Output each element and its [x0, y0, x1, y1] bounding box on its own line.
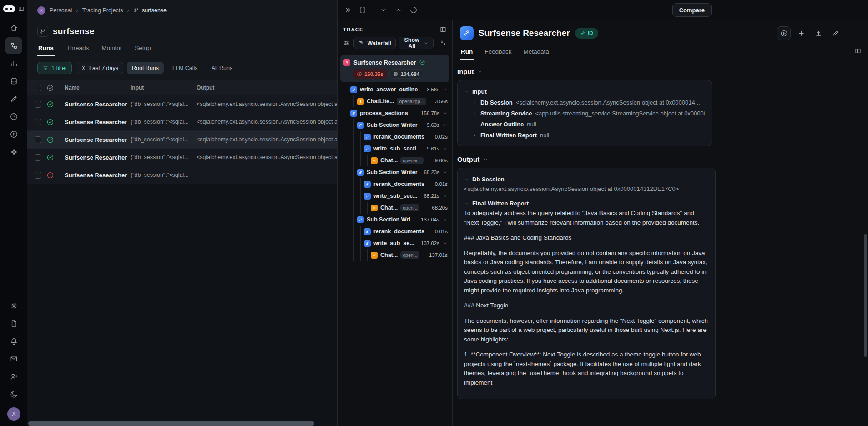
show-all-button[interactable]: Show All — [399, 37, 434, 49]
filter-button[interactable]: 1 filter — [37, 62, 72, 74]
theme-moon-icon[interactable] — [5, 386, 22, 403]
row-checkbox[interactable] — [35, 136, 41, 143]
run-id-pill[interactable]: ID — [575, 28, 598, 39]
kv-row-final-written-report[interactable]: Final Written Reportnull — [464, 130, 705, 140]
kv-row-input[interactable]: Input — [464, 86, 705, 97]
kv-row-answer-outline[interactable]: Answer Outlinenull — [464, 119, 705, 130]
trace-node-rerank-documents[interactable]: rerank_documents0.01s — [340, 178, 449, 190]
open-in-playground-button[interactable] — [777, 26, 791, 40]
trace-node-write-answer-outline[interactable]: write_answer_outline3.56s — [340, 84, 449, 95]
tab-runs[interactable]: Runs — [37, 40, 55, 56]
org-avatar[interactable] — [37, 6, 45, 15]
chevron-down-icon[interactable] — [464, 177, 469, 182]
run-row[interactable]: Surfsense Researcher{"db_session":"<sqla… — [27, 95, 337, 113]
chevron-down-icon[interactable] — [442, 241, 448, 246]
trace-filter-button[interactable] — [342, 38, 351, 49]
tab-threads[interactable]: Threads — [66, 40, 90, 56]
trace-node-write-sub-se[interactable]: write_sub_se...137.02s — [340, 237, 449, 249]
chevron-down-icon[interactable] — [464, 201, 469, 206]
chevron-down-icon[interactable] — [442, 193, 448, 199]
trace-node-write-sub-sec[interactable]: write_sub_sec...68.21s — [340, 190, 449, 202]
date-range-button[interactable]: Last 7 days — [76, 62, 123, 74]
trace-node-process-sections[interactable]: process_sections156.78s — [340, 107, 449, 119]
prev-run-icon[interactable] — [394, 6, 403, 14]
scrollbar-thumb[interactable] — [28, 421, 314, 426]
kv-row-db-session[interactable]: Db Session<sqlalchemy.ext.asyncio.sessio… — [464, 97, 705, 108]
vertical-scrollbar[interactable] — [864, 234, 867, 357]
breadcrumb-org[interactable]: Personal — [50, 7, 72, 14]
trace-node-sub-section-wri[interactable]: Sub Section Wri...137.04s — [340, 214, 449, 226]
trace-node-rerank-documents[interactable]: rerank_documents0.02s — [340, 131, 449, 143]
settings-gear-icon[interactable] — [5, 297, 22, 314]
status-column-icon[interactable] — [46, 84, 65, 92]
annotation-pencil-icon[interactable] — [5, 90, 22, 107]
select-all-checkbox[interactable] — [35, 85, 41, 91]
chevron-right-icon[interactable] — [472, 122, 477, 127]
sidebar-collapse-icon[interactable] — [18, 5, 25, 12]
trace-node-chatlite[interactable]: ChatLite...openai/gp...3.56s — [340, 95, 449, 107]
breadcrumb-tracing-projects[interactable]: Tracing Projects — [82, 7, 123, 14]
trace-node-chat[interactable]: Chat...open...137.01s — [340, 249, 449, 261]
trace-node-chat[interactable]: Chat...open...68.20s — [340, 202, 449, 214]
playground-play-icon[interactable] — [5, 126, 22, 143]
chevron-down-icon[interactable] — [442, 217, 448, 222]
horizontal-scrollbar[interactable] — [28, 421, 336, 426]
datasets-icon[interactable] — [5, 73, 22, 90]
trace-node-write-sub-secti[interactable]: write_sub_secti...9.61s — [340, 143, 449, 155]
tracing-projects-icon[interactable] — [5, 37, 22, 54]
run-row[interactable]: Surfsense Researcher{"db_session":"<sqla… — [27, 166, 337, 184]
home-icon[interactable] — [5, 20, 22, 36]
chevron-down-icon[interactable] — [442, 146, 448, 151]
column-output[interactable]: Output — [197, 85, 337, 91]
chevron-down-icon[interactable] — [464, 89, 469, 94]
tab-setup[interactable]: Setup — [134, 40, 151, 56]
user-avatar[interactable] — [7, 407, 20, 421]
row-checkbox[interactable] — [35, 119, 41, 125]
edit-button[interactable] — [829, 26, 843, 40]
trace-node-sub-section-writer[interactable]: Sub Section Writer9.63s — [340, 119, 449, 131]
docs-icon[interactable] — [5, 315, 22, 332]
column-input[interactable]: Input — [131, 85, 197, 91]
clock-icon[interactable] — [5, 108, 22, 125]
run-row[interactable]: Surfsense Researcher{"db_session":"<sqla… — [27, 113, 337, 131]
chip-llm-calls[interactable]: LLM Calls — [167, 62, 203, 74]
invite-user-icon[interactable] — [5, 368, 22, 385]
compare-button[interactable]: Compare — [672, 3, 712, 17]
trace-root-node[interactable]: Surfsense Researcher 160.35s 104,684 — [340, 55, 449, 82]
row-checkbox[interactable] — [35, 172, 41, 179]
breadcrumb-project[interactable]: surfsense — [133, 7, 167, 14]
chevron-down-icon[interactable] — [442, 87, 448, 92]
chevron-right-icon[interactable] — [472, 111, 477, 116]
add-to-dataset-button[interactable] — [794, 26, 808, 40]
waterfall-button[interactable]: Waterfall — [353, 37, 395, 49]
row-checkbox[interactable] — [35, 101, 41, 108]
expand-fullscreen-icon[interactable] — [359, 6, 366, 14]
prompts-sparkle-icon[interactable] — [5, 144, 22, 160]
run-row[interactable]: Surfsense Researcher{"db_session":"<sqla… — [27, 131, 337, 149]
collapse-panel-icon[interactable] — [344, 6, 352, 14]
tab-monitor[interactable]: Monitor — [101, 40, 123, 56]
dashboards-icon[interactable] — [5, 55, 22, 72]
mail-icon[interactable] — [5, 351, 22, 367]
run-row[interactable]: Surfsense Researcher{"db_session":"<sqla… — [27, 149, 337, 166]
chip-all-runs[interactable]: All Runs — [207, 62, 238, 74]
collapse-all-button[interactable] — [439, 38, 448, 49]
trace-node-rerank-documents[interactable]: rerank_documents0.01s — [340, 226, 449, 237]
kv-row-db-session[interactable]: Db Session — [464, 174, 709, 185]
detail-panel-toggle-icon[interactable] — [854, 47, 862, 55]
share-button[interactable] — [812, 26, 825, 40]
trace-panel-toggle-icon[interactable] — [439, 26, 447, 33]
next-run-icon[interactable] — [379, 6, 388, 14]
chevron-down-icon[interactable] — [442, 170, 448, 175]
kv-row-streaming-service[interactable]: Streaming Service<app.utils.streaming_se… — [464, 108, 705, 119]
notifications-bell-icon[interactable] — [5, 333, 22, 350]
detail-tab-metadata[interactable]: Metadata — [523, 45, 550, 60]
chevron-right-icon[interactable] — [472, 100, 477, 105]
column-name[interactable]: Name — [65, 85, 131, 91]
input-section-heading[interactable]: Input — [457, 68, 861, 75]
chevron-right-icon[interactable] — [472, 133, 477, 138]
trace-node-chat[interactable]: Chat...openai...9.60s — [340, 155, 449, 166]
trace-node-sub-section-writer[interactable]: Sub Section Writer68.23s — [340, 166, 449, 178]
chevron-down-icon[interactable] — [442, 110, 448, 116]
chevron-down-icon[interactable] — [442, 122, 448, 128]
